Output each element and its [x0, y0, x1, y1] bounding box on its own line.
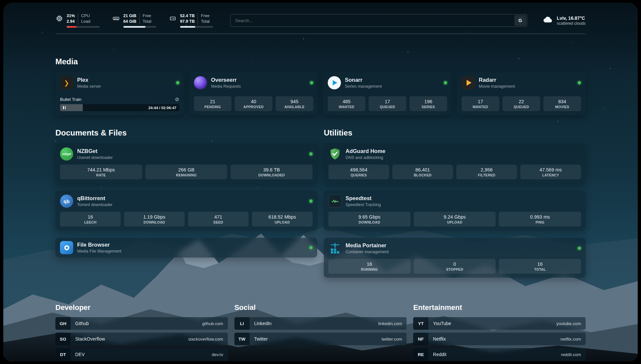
- app-card-overseerr[interactable]: Overseerr Media Requests 21 PENDING: [189, 72, 318, 115]
- app-subtitle: Torrent downloader: [77, 202, 112, 207]
- filebrowser-meta: File Browser Media File Management: [77, 242, 121, 254]
- qbittorrent-meta: qBittorrent Torrent downloader: [77, 195, 112, 207]
- bookmark-abbr: GH: [55, 317, 71, 330]
- stat-label: FILTERED: [458, 173, 516, 177]
- stat-filtered: 2,956 FILTERED: [456, 165, 517, 179]
- stat-upload: 618.52 Mbps UPLOAD: [252, 212, 313, 227]
- ram-text: 21 GiB 64 GiB Free Total: [123, 13, 156, 24]
- speedtest-card-head: Speedtest Speedtest Tracking: [328, 195, 581, 208]
- stat-total: 16 TOTAL: [499, 259, 581, 274]
- status-online-dot: [309, 199, 313, 203]
- app-subtitle: Series management: [345, 84, 382, 89]
- disk-widget: 52.4 TB 97.9 TB Free Total: [169, 13, 213, 28]
- bookmark-dev[interactable]: DT DEV dev.to: [55, 348, 228, 361]
- search-engine-button[interactable]: G: [514, 15, 526, 26]
- adguard-stats: 498,564 QUERIES 86,401 BLOCKED 2,956 FIL…: [328, 165, 581, 179]
- weather-widget: Lviv, 16.87°C scattered clouds: [542, 15, 586, 26]
- disk-usage-bar-fill: [180, 26, 195, 28]
- stat-value: 0.993 ms: [500, 214, 580, 220]
- stat-label: SEED: [189, 220, 247, 224]
- adguard-shield-icon: [328, 147, 342, 161]
- app-card-speedtest[interactable]: Speedtest Speedtest Tracking 9.65 Gbps D…: [324, 191, 586, 230]
- stat-label: WANTED: [463, 105, 498, 109]
- bookmark-linkedin[interactable]: LI LinkedIn linkedin.com: [234, 317, 407, 330]
- stat-label: SERIES: [411, 105, 446, 109]
- qbittorrent-stats: 16 LEECH 1.19 Gbps DOWNLOAD 471 SEED: [60, 212, 313, 227]
- app-name: Sonarr: [345, 77, 382, 83]
- stat-remaining: 266 GB REMAINING: [145, 165, 228, 179]
- portainer-meta: Media Portainer Container management: [346, 242, 389, 254]
- app-subtitle: DNS and adblocking: [346, 155, 385, 160]
- cpu-text: 31% 2.94 CPU Load: [67, 13, 100, 24]
- plex-now-playing: Bullet Train ⚙ 24:44 / 02:06:47: [60, 97, 179, 111]
- ram-usage-bar: [123, 26, 156, 28]
- playback-progress-bar[interactable]: 24:44 / 02:06:47: [60, 104, 179, 111]
- status-online-dot: [444, 81, 447, 84]
- portainer-card-head: Media Portainer Container management: [328, 242, 581, 255]
- stat-value: 618.52 Mbps: [253, 214, 311, 220]
- bookmark-stackoverflow[interactable]: SO StackOverflow stackoverflow.com: [55, 333, 228, 345]
- overseerr-card-head: Overseerr Media Requests: [194, 76, 313, 89]
- bookmark-youtube[interactable]: YT YouTube youtube.com: [413, 317, 586, 330]
- stat-value: 16: [61, 214, 119, 220]
- app-card-qbittorrent[interactable]: qb qBittorrent Torrent downloader 16: [55, 191, 317, 230]
- disk-label-top: Free: [201, 13, 209, 19]
- app-card-adguard[interactable]: AdGuard Home DNS and adblocking 498,564 …: [324, 143, 586, 183]
- ram-usage-bar-fill: [123, 26, 145, 28]
- stat-label: LATENCY: [522, 173, 580, 177]
- stat-wanted: 17 WANTED: [462, 96, 499, 111]
- app-card-portainer[interactable]: Media Portainer Container management 16 …: [324, 238, 586, 278]
- stat-value: 17: [463, 99, 498, 104]
- stat-label: REMAINING: [147, 173, 226, 177]
- weather-location: Lviv, 16.87°C: [557, 15, 586, 21]
- stat-queued: 22 QUEUED: [503, 96, 540, 111]
- portainer-stats: 16 RUNNING 0 STOPPED 16 TOTAL: [328, 259, 581, 274]
- app-name: qBittorrent: [77, 195, 112, 202]
- bookmark-netflix[interactable]: NF Netflix netflix.com: [413, 333, 586, 345]
- stat-value: 945: [277, 99, 312, 104]
- qbittorrent-icon: qb: [60, 195, 73, 208]
- adguard-card-head: AdGuard Home DNS and adblocking: [328, 147, 581, 161]
- app-name: File Browser: [77, 242, 121, 248]
- nzbget-stats: 744.21 Mbps RATE 266 GB REMAINING 39.6 T…: [60, 165, 313, 179]
- adguard-meta: AdGuard Home DNS and adblocking: [346, 148, 385, 160]
- bookmark-twitter[interactable]: TW Twitter twitter.com: [234, 333, 407, 345]
- app-card-nzbget[interactable]: nzbget NZBGet Usenet downloader 744.21 M…: [55, 143, 317, 183]
- bookmark-name: DEV: [75, 352, 85, 357]
- app-card-plex[interactable]: ❯ Plex Media server Bullet Train ⚙: [55, 72, 184, 115]
- stat-pending: 21 PENDING: [194, 96, 231, 111]
- bookmark-reddit[interactable]: RE Reddit reddit.com: [413, 348, 586, 361]
- nzbget-card-head: nzbget NZBGet Usenet downloader: [60, 147, 313, 161]
- section-title-media: Media: [55, 57, 586, 66]
- app-card-filebrowser[interactable]: File Browser Media File Management: [55, 238, 317, 258]
- bookmark-url: github.com: [202, 321, 223, 326]
- bookmark-groups: Developer GH Github github.com SO StackO…: [55, 303, 586, 361]
- stat-value: 17: [370, 99, 405, 104]
- bookmark-abbr: TW: [234, 333, 250, 345]
- app-name: Radarr: [479, 77, 515, 83]
- bookmark-github[interactable]: GH Github github.com: [55, 317, 228, 330]
- search-input[interactable]: [230, 14, 527, 27]
- stat-approved: 40 APPROVED: [235, 96, 272, 111]
- stat-label: LEECH: [61, 220, 119, 224]
- speedtest-stats: 9.65 Gbps DOWNLOAD 9.24 Gbps UPLOAD 0.99…: [328, 212, 581, 227]
- speedtest-icon: [328, 195, 342, 208]
- section-documents: Documents & Files nzbget NZBGet Usenet d…: [55, 115, 317, 285]
- app-card-sonarr[interactable]: Sonarr Series management 485 WANTED: [323, 72, 452, 115]
- settings-gear-icon[interactable]: ⚙: [175, 97, 179, 102]
- pause-icon[interactable]: [63, 106, 66, 109]
- overseerr-stats: 21 PENDING 40 APPROVED 945 AVAILABLE: [194, 96, 313, 111]
- stat-label: PENDING: [195, 105, 230, 109]
- status-online-dot: [176, 81, 179, 84]
- cpu-usage-value: 31%: [67, 13, 75, 19]
- stat-stopped: 0 STOPPED: [414, 259, 496, 274]
- app-card-radarr[interactable]: Radarr Movie management 17 WANTED 2: [457, 72, 586, 115]
- cpu-icon: [55, 15, 63, 22]
- nzbget-icon: nzbget: [60, 147, 73, 161]
- system-widgets: 31% 2.94 CPU Load: [55, 13, 213, 28]
- bookmark-url: stackoverflow.com: [188, 337, 223, 342]
- weather-condition: scattered clouds: [557, 21, 586, 26]
- app-name: Overseerr: [211, 77, 241, 83]
- ram-widget: 21 GiB 64 GiB Free Total: [112, 13, 156, 28]
- app-subtitle: Usenet downloader: [77, 155, 113, 160]
